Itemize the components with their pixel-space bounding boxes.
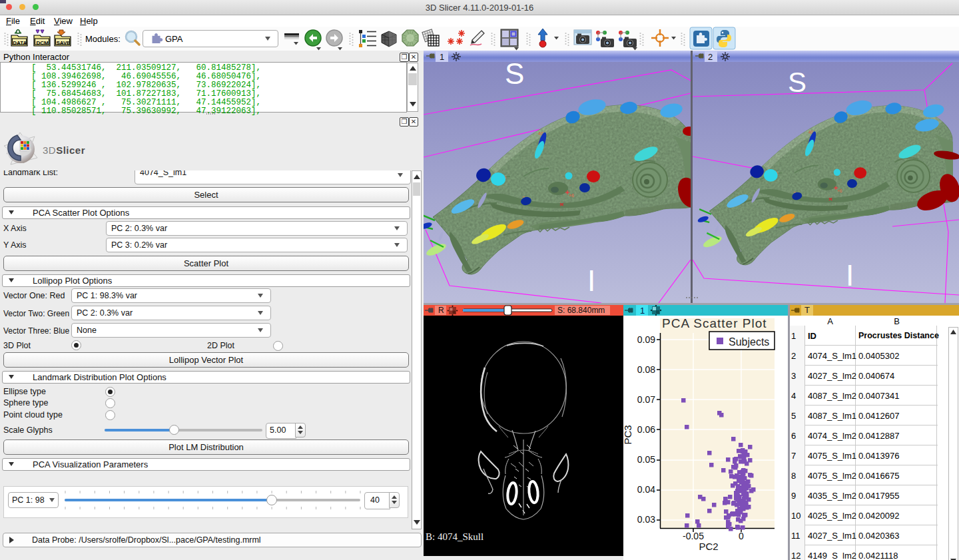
svg-text:0.06: 0.06 [637,424,655,435]
svg-text:0.04: 0.04 [637,484,655,495]
svg-text:0.03: 0.03 [637,514,655,525]
svg-text:Subjects: Subjects [729,336,769,348]
svg-text:S: S [788,67,806,98]
svg-text:SAVE: SAVE [57,40,71,46]
svg-text:1: 1 [440,52,444,62]
svg-text:DATA: DATA [13,40,27,46]
svg-text:0.09: 0.09 [637,334,655,345]
svg-text:2: 2 [708,52,713,62]
svg-text:PC2: PC2 [699,541,718,552]
svg-text:I: I [846,259,854,292]
svg-text:0.05: 0.05 [637,454,655,465]
svg-text:I: I [587,264,595,297]
svg-text:1: 1 [640,306,645,316]
svg-text:DCM: DCM [37,40,49,46]
svg-text:0.07: 0.07 [637,394,655,405]
svg-text:-0.05: -0.05 [683,531,704,541]
svg-text:S: S [505,57,524,90]
svg-text:R: R [438,306,444,315]
svg-text:B: 4074_Skull: B: 4074_Skull [426,531,483,542]
svg-text:PCA Scatter Plot: PCA Scatter Plot [662,316,767,330]
svg-text:0.08: 0.08 [637,364,655,375]
svg-text:0: 0 [739,531,744,541]
svg-text:PC3: PC3 [623,425,633,444]
svg-text:S: 68.840mm: S: 68.840mm [557,306,605,315]
